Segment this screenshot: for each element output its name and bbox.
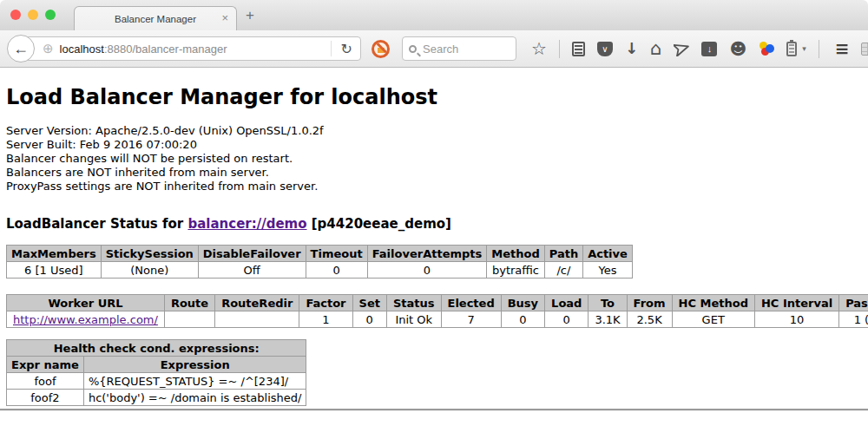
close-window-button[interactable]: [10, 10, 21, 20]
pocket-icon[interactable]: ∨: [597, 42, 613, 56]
health-check-table: Health check cond. expressions: Expr nam…: [6, 339, 306, 406]
worker-url-link[interactable]: http://www.example.com/: [13, 313, 158, 326]
server-built-line: Server Built: Feb 9 2016 07:00:20: [6, 138, 868, 152]
set-value: 0: [352, 311, 386, 328]
tab-title: Balancer Manager: [115, 14, 196, 24]
minimize-window-button[interactable]: [28, 10, 38, 20]
tab-balancer-manager[interactable]: Balancer Manager ×: [74, 6, 237, 30]
tab-close-icon[interactable]: ×: [221, 12, 228, 23]
col-maxmembers: MaxMembers: [7, 246, 102, 262]
balancer-data-row: 6 [1 Used] (None) Off 0 0 bytraffic /c/ …: [7, 262, 633, 279]
col-worker-url: Worker URL: [7, 295, 165, 311]
toolbar-separator: [819, 40, 819, 58]
status-heading-suffix: [p4420eeae_demo]: [307, 216, 451, 232]
col-factor: Factor: [299, 295, 352, 311]
col-route: Route: [164, 295, 214, 311]
url-bar[interactable]: ⊕ localhost:8880/balancer-manager ↻: [21, 36, 361, 61]
plugin-blocked-icon[interactable]: [372, 40, 390, 58]
status-heading-prefix: LoadBalancer Status for: [6, 216, 187, 232]
factor-value: 1: [299, 311, 352, 328]
browser-window: Balancer Manager × + ← ⊕ localhost:8880/…: [0, 0, 868, 426]
feedback-smiley-icon[interactable]: ☻: [729, 41, 746, 56]
disablefailover-value: Off: [198, 262, 306, 279]
back-button[interactable]: ←: [7, 35, 35, 62]
balancer-link[interactable]: balancer://demo: [187, 216, 306, 232]
route-value: [164, 311, 214, 328]
chevron-down-icon[interactable]: ▾: [802, 44, 806, 53]
globe-icon: ⊕: [43, 41, 54, 56]
col-busy: Busy: [501, 295, 544, 311]
worker-data-row: http://www.example.com/ 1 0 Init Ok 7 0 …: [7, 311, 868, 328]
routeredir-value: [215, 311, 299, 328]
server-info: Server Version: Apache/2.5.0-dev (Unix) …: [6, 124, 868, 193]
col-status: Status: [386, 295, 441, 311]
balancer-header-row: MaxMembers StickySession DisableFailover…: [7, 246, 633, 262]
col-failoverattempts: FailoverAttempts: [367, 246, 487, 262]
worker-url-cell: http://www.example.com/: [7, 311, 165, 328]
pocket-chevron-icon: ∨: [602, 44, 608, 54]
health-table-title: Health check cond. expressions:: [7, 340, 306, 357]
col-method: Method: [487, 246, 544, 262]
home-icon[interactable]: ⌂: [650, 41, 661, 56]
to-value: 3.1K: [589, 311, 627, 328]
navigation-toolbar: ← ⊕ localhost:8880/balancer-manager ↻ ☆ …: [0, 30, 868, 68]
expr-name-value: foof2: [7, 390, 84, 406]
search-input[interactable]: [423, 43, 501, 56]
search-box[interactable]: [402, 36, 516, 61]
col-from: From: [627, 295, 672, 311]
download-arrow-icon: ↓: [707, 43, 713, 54]
server-version-line: Server Version: Apache/2.5.0-dev (Unix) …: [6, 124, 868, 138]
zoom-window-button[interactable]: [45, 10, 56, 20]
col-to: To: [589, 295, 627, 311]
worker-table: Worker URL Route RouteRedir Factor Set S…: [6, 294, 868, 328]
worker-header-row: Worker URL Route RouteRedir Factor Set S…: [7, 295, 868, 311]
reload-button[interactable]: ↻: [333, 41, 360, 57]
col-disablefailover: DisableFailover: [198, 246, 306, 262]
colored-dots-extension-icon[interactable]: [759, 41, 774, 56]
hc-interval-value: 10: [754, 311, 838, 328]
maxmembers-value: 6 [1 Used]: [7, 262, 102, 279]
stickysession-value: (None): [101, 262, 198, 279]
col-elected: Elected: [441, 295, 501, 311]
page-content: Load Balancer Manager for localhost Serv…: [0, 68, 868, 406]
back-icon: ←: [13, 40, 29, 58]
col-passes: Passes: [839, 295, 868, 311]
bookmark-star-icon[interactable]: ☆: [531, 41, 547, 56]
health-title-row: Health check cond. expressions:: [7, 340, 306, 357]
search-icon: [409, 45, 417, 53]
toolbar-separator: [559, 40, 560, 58]
window-controls: [10, 10, 56, 20]
downloads-icon[interactable]: ↓: [625, 41, 638, 56]
tab-bar: Balancer Manager × +: [0, 0, 868, 30]
failoverattempts-value: 0: [367, 262, 487, 279]
bookmarks-sidebar-icon[interactable]: [572, 42, 585, 56]
active-value: Yes: [583, 262, 633, 279]
url-text[interactable]: localhost:8880/balancer-manager: [60, 43, 329, 56]
persist-notice-line: Balancer changes will NOT be persisted o…: [6, 152, 868, 166]
col-hc-interval: HC Interval: [754, 295, 838, 311]
new-tab-button[interactable]: +: [246, 8, 254, 23]
elected-value: 7: [441, 311, 501, 328]
from-value: 2.5K: [627, 311, 672, 328]
page-title: Load Balancer Manager for localhost: [6, 68, 868, 109]
health-data-row: foof %{REQUEST_STATUS} =~ /^[234]/: [7, 373, 306, 390]
menu-icon[interactable]: ≡: [835, 41, 850, 56]
video-download-icon[interactable]: ↓: [701, 42, 717, 56]
busy-value: 0: [501, 311, 544, 328]
horizontal-rule: [0, 409, 868, 411]
health-header-row: Expr name Expression: [7, 357, 306, 373]
url-host: localhost: [60, 43, 104, 56]
hc-method-value: GET: [672, 311, 754, 328]
path-value: /c/: [544, 262, 582, 279]
battery-extension-icon[interactable]: [786, 42, 797, 56]
col-hc-method: HC Method: [672, 295, 754, 311]
url-path: :8880/balancer-manager: [104, 43, 227, 56]
send-tab-icon[interactable]: [674, 41, 689, 56]
expression-value: %{REQUEST_STATUS} =~ /^[234]/: [83, 373, 306, 390]
col-timeout: Timeout: [306, 246, 367, 262]
col-stickysession: StickySession: [101, 246, 198, 262]
inherit-notice-line: Balancers are NOT inherited from main se…: [6, 166, 868, 180]
tab-groups-icon[interactable]: [861, 43, 868, 56]
method-value: bytraffic: [487, 262, 544, 279]
col-expr-name: Expr name: [7, 357, 84, 373]
